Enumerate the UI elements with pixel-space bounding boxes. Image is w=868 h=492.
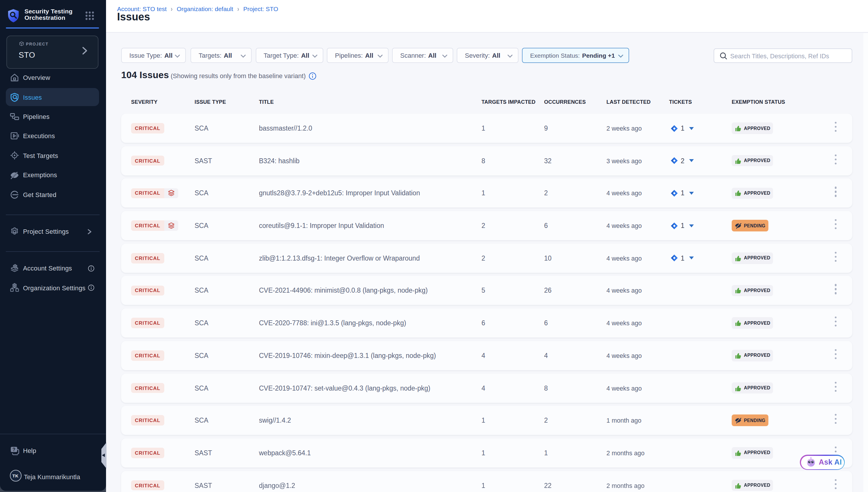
svg-text:?: ? [12,447,16,452]
